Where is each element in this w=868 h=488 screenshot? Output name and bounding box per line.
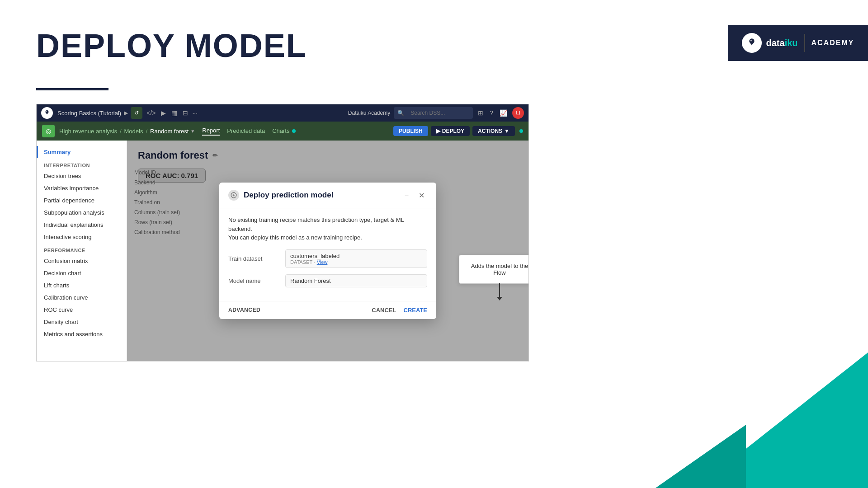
topbar-right: Dataiku Academy 🔍 ⊞ ? 📈 U — [348, 107, 524, 119]
sidebar-item-roc[interactable]: ROC curve — [37, 304, 127, 316]
breadcrumb-bar: ◎ High revenue analysis / Models / Rando… — [37, 122, 528, 141]
topbar-help-icon[interactable]: ? — [488, 109, 495, 117]
svg-point-1 — [46, 111, 47, 112]
modal-notice-line1: No existing training recipe matches this… — [228, 216, 404, 232]
sidebar-item-density[interactable]: Density chart — [37, 316, 127, 328]
topbar-project-title: Scoring Basics (Tutorial) — [57, 110, 121, 117]
actions-chevron-icon: ▼ — [504, 128, 509, 134]
logo-academy-text: ACADEMY — [811, 39, 854, 47]
modal-cancel-btn[interactable]: CANCEL — [372, 307, 396, 314]
title-underline — [36, 88, 108, 90]
topbar-more-icon[interactable]: ··· — [192, 109, 198, 117]
modal-minimize-btn[interactable]: − — [402, 190, 411, 200]
actions-button[interactable]: ACTIONS ▼ — [472, 126, 515, 136]
bc-tab-report[interactable]: Report — [202, 127, 220, 136]
topbar-app-title: Dataiku Academy — [348, 110, 390, 116]
topbar-user-avatar[interactable]: U — [512, 107, 524, 119]
modal-wrapper: Deploy prediction model − ✕ No existing … — [219, 183, 436, 319]
logo-area: dataiku ACADEMY — [728, 25, 868, 61]
topbar-refresh-btn[interactable]: ↺ — [131, 107, 142, 119]
sidebar-item-calibration[interactable]: Calibration curve — [37, 291, 127, 304]
modal-name-input[interactable] — [285, 274, 427, 287]
modal-notice: No existing training recipe matches this… — [228, 216, 427, 242]
modal-train-input[interactable]: customers_labeled DATASET - View — [285, 249, 427, 268]
actions-label: ACTIONS — [478, 128, 502, 134]
search-input[interactable] — [406, 108, 469, 117]
modal-row-name: Model name — [228, 274, 427, 287]
logo-iku: iku — [785, 38, 798, 48]
bc-link-analysis[interactable]: High revenue analysis — [59, 128, 117, 135]
topbar: Scoring Basics (Tutorial) ▶ ↺ </> ▶ ▦ ⊟ … — [37, 104, 528, 122]
bc-link-models[interactable]: Models — [124, 128, 143, 135]
train-dataset-sub: DATASET - View — [290, 259, 422, 265]
topbar-grid-icon[interactable]: ▦ — [170, 109, 179, 117]
deploy-label: DEPLOY — [442, 128, 464, 134]
deploy-play-icon: ▶ — [436, 128, 440, 134]
train-dataset-value: customers_labeled — [290, 253, 422, 259]
bc-home-icon[interactable]: ◎ — [42, 125, 55, 137]
bc-tab-predicted[interactable]: Predicted data — [227, 127, 265, 135]
screenshot-container: Scoring Basics (Tutorial) ▶ ↺ </> ▶ ▦ ⊟ … — [36, 104, 529, 361]
modal-notice-line2: You can deploy this model as a new train… — [228, 234, 362, 241]
modal-header-icon — [228, 190, 239, 201]
modal-close-btn[interactable]: ✕ — [416, 190, 427, 201]
sidebar-item-subpopulation[interactable]: Subpopulation analysis — [37, 206, 127, 219]
svg-point-0 — [750, 40, 752, 42]
modal-row-train: Train dataset customers_labeled DATASET … — [228, 249, 427, 268]
sidebar-item-partial[interactable]: Partial dependence — [37, 194, 127, 206]
sidebar-item-interactive[interactable]: Interactive scoring — [37, 231, 127, 243]
sidebar-item-decision-chart[interactable]: Decision chart — [37, 267, 127, 279]
tooltip-text: Adds the model to the Flow — [471, 263, 528, 276]
sidebar-item-summary[interactable]: Summary — [37, 146, 127, 158]
deploy-button[interactable]: ▶ DEPLOY — [431, 126, 470, 136]
modal-body: No existing training recipe matches this… — [219, 208, 436, 301]
tooltip-arrow-line — [499, 283, 500, 297]
content-area: Summary INTERPRETATION Decision trees Va… — [37, 141, 528, 361]
publish-button[interactable]: PUBLISH — [393, 126, 428, 136]
logo-text: dataiku — [766, 38, 798, 48]
bc-sep1: / — [120, 128, 122, 135]
deploy-modal: Deploy prediction model − ✕ No existing … — [219, 183, 436, 319]
sidebar-item-decision-trees[interactable]: Decision trees — [37, 170, 127, 182]
sidebar-section-interpretation: INTERPRETATION — [37, 158, 127, 170]
page-title: DEPLOY MODEL — [36, 27, 307, 64]
teal-shape-small — [656, 425, 746, 488]
logo-data: data — [766, 38, 785, 48]
modal-advanced-btn[interactable]: ADVANCED — [228, 307, 260, 313]
topbar-arrow-icon: ▶ — [124, 110, 128, 116]
logo-divider — [804, 34, 805, 52]
main-panel: Random forest ✏ ROC AUC: 0.791 Model ID … — [127, 141, 528, 361]
modal-footer-actions: CANCEL CREATE — [372, 307, 427, 314]
logo-bird-icon — [742, 33, 762, 53]
train-dataset-view-link[interactable]: View — [317, 259, 328, 265]
modal-title: Deploy prediction model — [244, 191, 397, 200]
sidebar-item-lift[interactable]: Lift charts — [37, 279, 127, 291]
modal-train-label: Train dataset — [228, 255, 278, 262]
topbar-code-icon[interactable]: </> — [145, 109, 157, 117]
bc-sep2: / — [146, 128, 147, 135]
topbar-chart-icon[interactable]: 📈 — [498, 109, 509, 117]
bc-tab-charts[interactable]: Charts — [272, 127, 289, 135]
tooltip-box: Adds the model to the Flow — [459, 255, 529, 284]
topbar-apps-icon[interactable]: ⊞ — [476, 109, 485, 117]
sidebar-item-variables[interactable]: Variables importance — [37, 182, 127, 194]
modal-overlay: Deploy prediction model − ✕ No existing … — [127, 141, 528, 361]
topbar-table-icon[interactable]: ⊟ — [181, 109, 189, 117]
modal-footer: ADVANCED CANCEL CREATE — [219, 301, 436, 319]
tooltip-arrow — [497, 283, 502, 300]
topbar-brand-icon — [41, 107, 53, 119]
bc-tab-dot — [292, 129, 296, 133]
modal-name-label: Model name — [228, 277, 278, 284]
topbar-run-icon[interactable]: ▶ — [160, 109, 167, 117]
sidebar: Summary INTERPRETATION Decision trees Va… — [37, 141, 127, 361]
tooltip-arrow-head — [497, 297, 502, 300]
sidebar-item-metrics[interactable]: Metrics and assertions — [37, 328, 127, 340]
modal-header: Deploy prediction model − ✕ — [219, 183, 436, 208]
bc-current: Random forest — [150, 128, 189, 135]
bc-dot-right — [519, 129, 523, 133]
sidebar-section-performance: PERFORMANCE — [37, 243, 127, 255]
modal-create-btn[interactable]: CREATE — [404, 307, 427, 314]
sidebar-item-confusion[interactable]: Confusion matrix — [37, 255, 127, 267]
bc-dropdown-icon[interactable]: ▼ — [190, 129, 195, 134]
sidebar-item-individual[interactable]: Individual explanations — [37, 219, 127, 231]
